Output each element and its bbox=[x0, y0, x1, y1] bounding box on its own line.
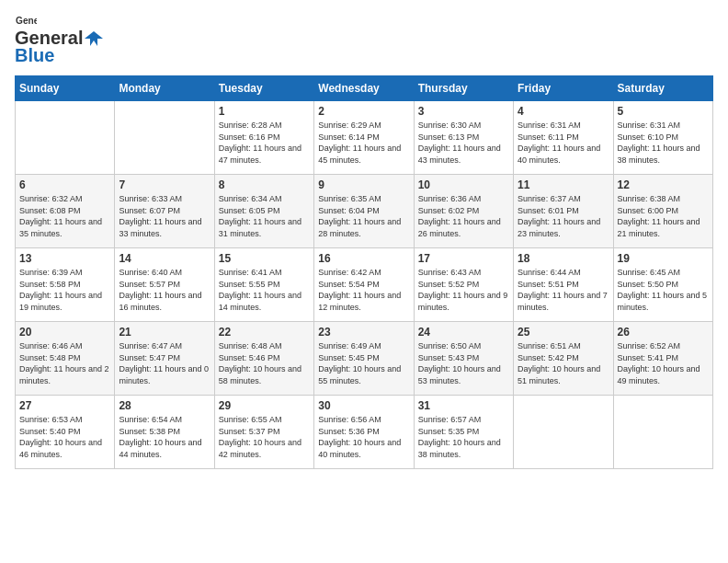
calendar-cell: 3Sunrise: 6:30 AM Sunset: 6:13 PM Daylig… bbox=[414, 101, 513, 175]
day-number: 6 bbox=[19, 178, 110, 191]
day-info: Sunrise: 6:46 AM Sunset: 5:48 PM Dayligh… bbox=[19, 340, 110, 386]
day-number: 13 bbox=[19, 252, 110, 265]
day-info: Sunrise: 6:41 AM Sunset: 5:55 PM Dayligh… bbox=[219, 267, 310, 313]
calendar-cell: 6Sunrise: 6:32 AM Sunset: 6:08 PM Daylig… bbox=[16, 175, 115, 248]
calendar-cell: 16Sunrise: 6:42 AM Sunset: 5:54 PM Dayli… bbox=[314, 248, 414, 322]
calendar-cell: 1Sunrise: 6:28 AM Sunset: 6:16 PM Daylig… bbox=[214, 101, 313, 175]
day-info: Sunrise: 6:53 AM Sunset: 5:40 PM Dayligh… bbox=[19, 414, 110, 460]
day-info: Sunrise: 6:54 AM Sunset: 5:38 PM Dayligh… bbox=[119, 414, 210, 460]
calendar-cell: 14Sunrise: 6:40 AM Sunset: 5:57 PM Dayli… bbox=[115, 248, 214, 322]
day-info: Sunrise: 6:33 AM Sunset: 6:07 PM Dayligh… bbox=[119, 193, 210, 239]
day-info: Sunrise: 6:47 AM Sunset: 5:47 PM Dayligh… bbox=[119, 340, 210, 386]
calendar-cell: 18Sunrise: 6:44 AM Sunset: 5:51 PM Dayli… bbox=[514, 248, 613, 322]
calendar-cell: 23Sunrise: 6:49 AM Sunset: 5:45 PM Dayli… bbox=[314, 322, 414, 396]
day-info: Sunrise: 6:49 AM Sunset: 5:45 PM Dayligh… bbox=[318, 340, 409, 386]
day-number: 8 bbox=[219, 178, 310, 191]
day-number: 17 bbox=[418, 252, 509, 265]
day-info: Sunrise: 6:52 AM Sunset: 5:41 PM Dayligh… bbox=[618, 340, 709, 386]
calendar-cell: 21Sunrise: 6:47 AM Sunset: 5:47 PM Dayli… bbox=[115, 322, 214, 396]
calendar-cell: 10Sunrise: 6:36 AM Sunset: 6:02 PM Dayli… bbox=[414, 175, 513, 248]
day-number: 31 bbox=[418, 399, 509, 412]
svg-marker-1 bbox=[85, 31, 103, 46]
day-number: 3 bbox=[418, 105, 509, 118]
day-number: 19 bbox=[618, 252, 709, 265]
day-info: Sunrise: 6:48 AM Sunset: 5:46 PM Dayligh… bbox=[219, 340, 310, 386]
calendar-cell: 4Sunrise: 6:31 AM Sunset: 6:11 PM Daylig… bbox=[514, 101, 613, 175]
logo-icon: General bbox=[15, 15, 37, 28]
calendar-cell: 2Sunrise: 6:29 AM Sunset: 6:14 PM Daylig… bbox=[314, 101, 414, 175]
weekday-header-tuesday: Tuesday bbox=[214, 76, 313, 101]
day-info: Sunrise: 6:45 AM Sunset: 5:50 PM Dayligh… bbox=[618, 267, 709, 313]
day-info: Sunrise: 6:29 AM Sunset: 6:14 PM Dayligh… bbox=[318, 120, 409, 166]
calendar-cell: 22Sunrise: 6:48 AM Sunset: 5:46 PM Dayli… bbox=[214, 322, 313, 396]
calendar-cell: 31Sunrise: 6:57 AM Sunset: 5:35 PM Dayli… bbox=[414, 396, 513, 469]
day-number: 21 bbox=[119, 326, 210, 339]
day-info: Sunrise: 6:30 AM Sunset: 6:13 PM Dayligh… bbox=[418, 120, 509, 166]
day-number: 1 bbox=[219, 105, 310, 118]
day-info: Sunrise: 6:31 AM Sunset: 6:10 PM Dayligh… bbox=[618, 120, 709, 166]
week-row-4: 20Sunrise: 6:46 AM Sunset: 5:48 PM Dayli… bbox=[16, 322, 713, 396]
calendar-cell bbox=[514, 396, 613, 469]
day-info: Sunrise: 6:36 AM Sunset: 6:02 PM Dayligh… bbox=[418, 193, 509, 239]
page-header: General General Blue bbox=[15, 15, 713, 66]
weekday-header-friday: Friday bbox=[514, 76, 613, 101]
calendar-cell: 20Sunrise: 6:46 AM Sunset: 5:48 PM Dayli… bbox=[16, 322, 115, 396]
day-number: 22 bbox=[219, 326, 310, 339]
weekday-header-sunday: Sunday bbox=[16, 76, 115, 101]
day-number: 11 bbox=[518, 178, 609, 191]
day-info: Sunrise: 6:43 AM Sunset: 5:52 PM Dayligh… bbox=[418, 267, 509, 313]
day-number: 12 bbox=[618, 178, 709, 191]
day-number: 7 bbox=[119, 178, 210, 191]
day-info: Sunrise: 6:31 AM Sunset: 6:11 PM Dayligh… bbox=[518, 120, 609, 166]
day-number: 28 bbox=[119, 399, 210, 412]
day-number: 24 bbox=[418, 326, 509, 339]
day-number: 15 bbox=[219, 252, 310, 265]
day-info: Sunrise: 6:57 AM Sunset: 5:35 PM Dayligh… bbox=[418, 414, 509, 460]
day-number: 9 bbox=[318, 178, 409, 191]
day-info: Sunrise: 6:56 AM Sunset: 5:36 PM Dayligh… bbox=[318, 414, 409, 460]
day-info: Sunrise: 6:32 AM Sunset: 6:08 PM Dayligh… bbox=[19, 193, 110, 239]
day-info: Sunrise: 6:42 AM Sunset: 5:54 PM Dayligh… bbox=[318, 267, 409, 313]
day-info: Sunrise: 6:40 AM Sunset: 5:57 PM Dayligh… bbox=[119, 267, 210, 313]
day-number: 2 bbox=[318, 105, 409, 118]
calendar-cell: 17Sunrise: 6:43 AM Sunset: 5:52 PM Dayli… bbox=[414, 248, 513, 322]
calendar-cell: 15Sunrise: 6:41 AM Sunset: 5:55 PM Dayli… bbox=[214, 248, 313, 322]
day-number: 29 bbox=[219, 399, 310, 412]
calendar-cell: 26Sunrise: 6:52 AM Sunset: 5:41 PM Dayli… bbox=[613, 322, 712, 396]
weekday-header-thursday: Thursday bbox=[414, 76, 513, 101]
logo-bird-icon bbox=[85, 29, 103, 48]
calendar-cell: 29Sunrise: 6:55 AM Sunset: 5:37 PM Dayli… bbox=[214, 396, 313, 469]
day-info: Sunrise: 6:34 AM Sunset: 6:05 PM Dayligh… bbox=[219, 193, 310, 239]
day-number: 4 bbox=[518, 105, 609, 118]
calendar-cell: 19Sunrise: 6:45 AM Sunset: 5:50 PM Dayli… bbox=[613, 248, 712, 322]
week-row-2: 6Sunrise: 6:32 AM Sunset: 6:08 PM Daylig… bbox=[16, 175, 713, 248]
calendar-cell: 25Sunrise: 6:51 AM Sunset: 5:42 PM Dayli… bbox=[514, 322, 613, 396]
logo: General General Blue bbox=[15, 15, 103, 66]
day-info: Sunrise: 6:44 AM Sunset: 5:51 PM Dayligh… bbox=[518, 267, 609, 313]
day-number: 10 bbox=[418, 178, 509, 191]
week-row-5: 27Sunrise: 6:53 AM Sunset: 5:40 PM Dayli… bbox=[16, 396, 713, 469]
logo-blue: Blue bbox=[15, 45, 54, 66]
weekday-header-wednesday: Wednesday bbox=[314, 76, 414, 101]
calendar-table: SundayMondayTuesdayWednesdayThursdayFrid… bbox=[15, 75, 713, 469]
day-number: 5 bbox=[618, 105, 709, 118]
day-number: 14 bbox=[119, 252, 210, 265]
day-info: Sunrise: 6:38 AM Sunset: 6:00 PM Dayligh… bbox=[618, 193, 709, 239]
day-number: 27 bbox=[19, 399, 110, 412]
weekday-header-saturday: Saturday bbox=[613, 76, 712, 101]
calendar-cell: 24Sunrise: 6:50 AM Sunset: 5:43 PM Dayli… bbox=[414, 322, 513, 396]
day-info: Sunrise: 6:35 AM Sunset: 6:04 PM Dayligh… bbox=[318, 193, 409, 239]
weekday-header-row: SundayMondayTuesdayWednesdayThursdayFrid… bbox=[16, 76, 713, 101]
calendar-cell: 27Sunrise: 6:53 AM Sunset: 5:40 PM Dayli… bbox=[16, 396, 115, 469]
day-number: 30 bbox=[318, 399, 409, 412]
day-info: Sunrise: 6:39 AM Sunset: 5:58 PM Dayligh… bbox=[19, 267, 110, 313]
week-row-1: 1Sunrise: 6:28 AM Sunset: 6:16 PM Daylig… bbox=[16, 101, 713, 175]
calendar-cell bbox=[115, 101, 214, 175]
svg-text:General: General bbox=[16, 16, 37, 26]
calendar-cell bbox=[613, 396, 712, 469]
weekday-header-monday: Monday bbox=[115, 76, 214, 101]
day-number: 25 bbox=[518, 326, 609, 339]
day-info: Sunrise: 6:51 AM Sunset: 5:42 PM Dayligh… bbox=[518, 340, 609, 386]
calendar-cell: 5Sunrise: 6:31 AM Sunset: 6:10 PM Daylig… bbox=[613, 101, 712, 175]
day-number: 26 bbox=[618, 326, 709, 339]
